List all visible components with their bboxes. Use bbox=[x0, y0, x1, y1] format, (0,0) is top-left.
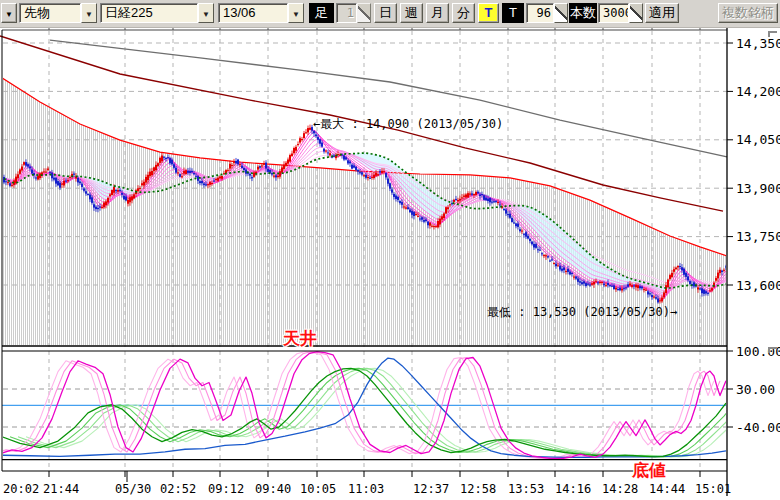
candle-body bbox=[611, 286, 613, 287]
candle-body bbox=[511, 218, 513, 222]
contract-dropdown-arrow[interactable]: ▼ bbox=[288, 3, 304, 23]
candle-body bbox=[357, 170, 359, 172]
candle-body bbox=[705, 291, 707, 293]
candle-body bbox=[11, 185, 13, 186]
candle-body bbox=[413, 212, 415, 216]
candle-body bbox=[5, 181, 7, 182]
period-tick-button[interactable]: T bbox=[478, 3, 499, 23]
candle-body bbox=[103, 203, 105, 207]
period-day-button[interactable]: 日 bbox=[374, 3, 397, 23]
candle-body bbox=[143, 182, 145, 186]
price-axis-label: 13,900 bbox=[736, 181, 780, 196]
candle-body bbox=[343, 155, 345, 159]
tick-count-spinner[interactable] bbox=[554, 3, 568, 23]
candle-body bbox=[465, 194, 467, 197]
candle-body bbox=[641, 287, 643, 289]
candle-body bbox=[623, 288, 625, 289]
candle-body bbox=[527, 236, 529, 239]
candle-body bbox=[61, 184, 63, 185]
price-axis-label: 13,750 bbox=[736, 229, 780, 244]
candle-body bbox=[287, 160, 289, 164]
time-axis-label: 10:05 bbox=[300, 482, 336, 496]
candle-body bbox=[463, 196, 465, 197]
candle-body bbox=[389, 183, 391, 188]
candle-body bbox=[327, 152, 329, 153]
multi-symbol-button[interactable]: 複数銘柄 bbox=[718, 3, 778, 23]
apply-button[interactable]: 適用 bbox=[645, 3, 679, 23]
candle-body bbox=[173, 164, 175, 168]
candle-body bbox=[655, 297, 657, 298]
candle-body bbox=[525, 232, 527, 236]
candle-body bbox=[587, 284, 589, 285]
candle-body bbox=[349, 161, 351, 163]
candle-body bbox=[141, 183, 143, 185]
candle-body bbox=[645, 290, 647, 291]
candle-body bbox=[551, 259, 553, 260]
candle-body bbox=[395, 196, 397, 199]
candle-body bbox=[509, 214, 511, 218]
axis-resize-handle[interactable] bbox=[768, 347, 777, 353]
candle-body bbox=[649, 293, 651, 294]
candle-body bbox=[267, 169, 269, 172]
candle-body bbox=[459, 199, 461, 201]
candle-body bbox=[667, 280, 669, 287]
candle-body bbox=[271, 173, 273, 175]
period-month-button[interactable]: 月 bbox=[426, 3, 449, 23]
candle-body bbox=[627, 284, 629, 286]
candle-body bbox=[161, 156, 163, 162]
candle-body bbox=[559, 266, 561, 270]
candle-body bbox=[185, 170, 187, 174]
price-chart[interactable]: 14,35014,20014,05013,90013,75013,600100.… bbox=[0, 0, 780, 500]
candle-body bbox=[101, 207, 103, 208]
axis-resize-handle[interactable] bbox=[768, 31, 777, 37]
candle-body bbox=[91, 197, 93, 203]
candle-body bbox=[549, 261, 551, 262]
candle-body bbox=[157, 163, 159, 166]
candle-body bbox=[149, 172, 151, 177]
candle-body bbox=[111, 190, 113, 195]
toolbar-expander-button[interactable]: ▼ bbox=[1, 3, 17, 23]
candle-body bbox=[109, 194, 111, 196]
candle-body bbox=[613, 285, 615, 289]
bar-count-label: 本数 bbox=[569, 3, 597, 23]
symbol-dropdown[interactable]: 日経225 bbox=[100, 3, 198, 23]
candle-body bbox=[359, 172, 361, 173]
candle-body bbox=[665, 285, 667, 293]
market-dropdown[interactable]: 先物 bbox=[19, 3, 81, 23]
candle-body bbox=[687, 276, 689, 280]
tick-count-field[interactable]: 96 bbox=[526, 3, 554, 23]
candle-body bbox=[717, 273, 719, 279]
candle-body bbox=[179, 174, 181, 177]
bar-count-spinner[interactable] bbox=[629, 3, 643, 23]
candle-body bbox=[497, 202, 499, 203]
candle-body bbox=[487, 199, 489, 201]
candle-body bbox=[233, 161, 235, 163]
candle-body bbox=[139, 188, 141, 189]
bar-count-field[interactable]: 3000 bbox=[598, 3, 629, 23]
candle-body bbox=[473, 194, 475, 195]
candle-body bbox=[591, 283, 593, 285]
bottom-label: 底値 bbox=[632, 459, 666, 482]
symbol-dropdown-arrow[interactable]: ▼ bbox=[198, 3, 214, 23]
candle-body bbox=[115, 190, 117, 191]
candle-body bbox=[709, 290, 711, 291]
candle-body bbox=[391, 189, 393, 192]
candle-body bbox=[137, 188, 139, 191]
period-minute-button[interactable]: 分 bbox=[452, 3, 475, 23]
market-dropdown-arrow[interactable]: ▼ bbox=[81, 3, 97, 23]
candle-body bbox=[123, 196, 125, 199]
candle-body bbox=[307, 128, 309, 132]
candle-body bbox=[277, 176, 279, 177]
contract-dropdown[interactable]: 13/06 bbox=[218, 3, 288, 23]
candle-body bbox=[639, 286, 641, 288]
candle-body bbox=[561, 269, 563, 271]
candle-body bbox=[169, 158, 171, 163]
candle-body bbox=[553, 263, 555, 264]
candle-body bbox=[719, 270, 721, 273]
candle-body bbox=[175, 168, 177, 173]
time-axis-label: 15:01 bbox=[695, 482, 731, 496]
period-week-button[interactable]: 週 bbox=[400, 3, 423, 23]
candle-body bbox=[73, 174, 75, 175]
candle-body bbox=[243, 168, 245, 170]
candle-body bbox=[163, 157, 165, 158]
